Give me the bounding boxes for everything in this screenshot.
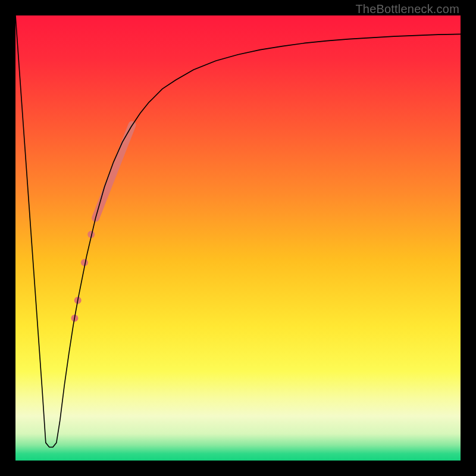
chart-svg [15, 15, 461, 461]
watermark-text: TheBottleneck.com [355, 2, 459, 16]
bottleneck-curve [15, 15, 461, 447]
salmon-highlight [96, 125, 132, 218]
plot-area [15, 15, 461, 461]
chart-frame: TheBottleneck.com [0, 0, 476, 476]
